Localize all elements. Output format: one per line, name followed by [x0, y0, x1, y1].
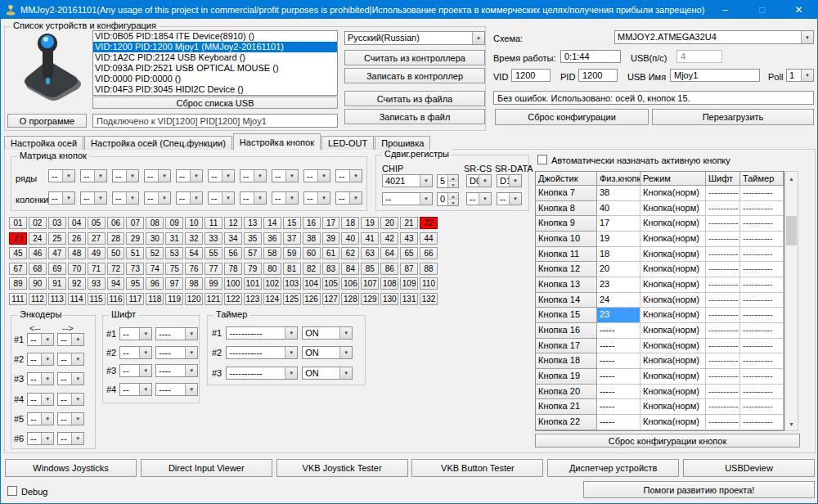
- grid-button-110[interactable]: 110: [420, 277, 438, 290]
- shift-select-b-4[interactable]: ----▼: [155, 383, 198, 396]
- grid-button-85[interactable]: 85: [361, 263, 379, 275]
- matrix-rows-dd-5[interactable]: --▼: [176, 169, 203, 182]
- grid-button-118[interactable]: 118: [146, 293, 164, 305]
- grid-button-11[interactable]: 11: [204, 217, 222, 229]
- matrix-cols-dd-9[interactable]: --▼: [303, 191, 330, 205]
- grid-button-53[interactable]: 53: [165, 247, 183, 259]
- tab-axes-special[interactable]: Настройка осей (Спец.функции): [84, 136, 232, 150]
- spin-up-icon[interactable]: ▲: [448, 193, 458, 200]
- device-list[interactable]: VID:0B05 PID:1854 ITE Device(8910) ()VID…: [92, 30, 338, 96]
- grid-button-60[interactable]: 60: [303, 247, 321, 259]
- table-cell-timer[interactable]: ----------: [740, 323, 784, 339]
- grid-button-19[interactable]: 19: [361, 217, 379, 229]
- grid-button-68[interactable]: 68: [29, 263, 47, 275]
- sr-cs-select-1[interactable]: D0▼: [466, 174, 492, 187]
- table-cell-phys-button[interactable]: 40: [597, 201, 640, 217]
- grid-button-121[interactable]: 121: [204, 293, 222, 305]
- timer-mode-select-3[interactable]: ON▼: [302, 367, 353, 380]
- grid-button-47[interactable]: 47: [48, 247, 66, 259]
- grid-button-59[interactable]: 59: [283, 247, 301, 259]
- table-cell-mode[interactable]: Кнопка(норм): [640, 216, 706, 232]
- grid-button-122[interactable]: 122: [224, 293, 242, 305]
- table-cell-shift[interactable]: ----------: [706, 323, 740, 339]
- sr-data-select-2[interactable]: --▼: [497, 192, 522, 205]
- table-cell-timer[interactable]: ----------: [740, 308, 784, 323]
- vid-field[interactable]: 1200: [511, 69, 551, 82]
- pid-field[interactable]: 1200: [578, 69, 618, 82]
- table-cell-mode[interactable]: Кнопка(норм): [640, 385, 706, 400]
- table-cell-mode[interactable]: Кнопка(норм): [640, 186, 706, 201]
- table-cell-phys-button[interactable]: -----: [597, 399, 640, 415]
- grid-button-13[interactable]: 13: [244, 217, 262, 229]
- table-cell-joystick[interactable]: Кнопка 20: [536, 385, 597, 400]
- grid-button-82[interactable]: 82: [303, 263, 321, 275]
- spin-up-icon[interactable]: ▲: [448, 175, 458, 182]
- grid-button-116[interactable]: 116: [107, 293, 125, 305]
- table-header-5[interactable]: Таймер: [740, 172, 784, 186]
- matrix-rows-dd-1[interactable]: --▼: [48, 169, 75, 182]
- grid-button-37[interactable]: 37: [283, 232, 301, 245]
- table-cell-joystick[interactable]: Кнопка 8: [536, 201, 597, 217]
- table-header-3[interactable]: Режим: [640, 172, 706, 186]
- reset-config-button[interactable]: Сброс конфигурации: [495, 109, 649, 125]
- grid-button-46[interactable]: 46: [29, 247, 47, 259]
- grid-button-15[interactable]: 15: [283, 217, 301, 229]
- usb-name-field[interactable]: Mjoy1: [670, 69, 760, 82]
- table-cell-shift[interactable]: ----------: [706, 308, 740, 323]
- grid-button-93[interactable]: 93: [88, 277, 106, 290]
- matrix-rows-dd-4[interactable]: --▼: [144, 169, 171, 182]
- grid-button-128[interactable]: 128: [341, 293, 359, 305]
- grid-button-48[interactable]: 48: [68, 247, 86, 259]
- grid-button-104[interactable]: 104: [303, 277, 321, 290]
- grid-button-79[interactable]: 79: [244, 263, 262, 275]
- table-cell-shift[interactable]: ----------: [706, 339, 740, 354]
- donate-button[interactable]: Помоги развитию проекта!: [583, 481, 815, 498]
- table-cell-joystick[interactable]: Кнопка 10: [536, 232, 597, 247]
- matrix-rows-dd-2[interactable]: --▼: [80, 169, 107, 182]
- grid-button-33[interactable]: 33: [204, 232, 222, 245]
- grid-button-18[interactable]: 18: [341, 217, 359, 229]
- grid-button-51[interactable]: 51: [126, 247, 144, 259]
- grid-button-16[interactable]: 16: [303, 217, 321, 229]
- grid-button-20[interactable]: 20: [380, 217, 398, 229]
- write-to-controller-button[interactable]: Записать в контроллер: [344, 68, 485, 83]
- grid-button-75[interactable]: 75: [165, 263, 183, 275]
- grid-button-9[interactable]: 09: [165, 217, 183, 229]
- table-cell-phys-button[interactable]: -----: [597, 353, 640, 369]
- table-cell-joystick[interactable]: Кнопка 13: [536, 277, 597, 293]
- encoder-left-select-5[interactable]: --▼: [27, 412, 54, 425]
- grid-button-27[interactable]: 27: [88, 232, 106, 245]
- grid-button-69[interactable]: 69: [48, 263, 66, 275]
- grid-button-81[interactable]: 81: [283, 263, 301, 275]
- grid-button-97[interactable]: 97: [165, 277, 183, 290]
- grid-button-114[interactable]: 114: [68, 293, 86, 305]
- scroll-thumb[interactable]: [786, 216, 797, 245]
- tab-buttons[interactable]: Настройка кнопок: [233, 133, 321, 150]
- table-cell-joystick[interactable]: Кнопка 19: [536, 369, 597, 385]
- table-cell-mode[interactable]: Кнопка(норм): [640, 369, 706, 385]
- matrix-cols-dd-2[interactable]: --▼: [80, 191, 107, 205]
- grid-button-63[interactable]: 63: [361, 247, 379, 259]
- grid-button-30[interactable]: 30: [146, 232, 164, 245]
- matrix-rows-dd-10[interactable]: --▼: [335, 169, 362, 182]
- table-header-4[interactable]: Шифт: [706, 172, 740, 186]
- shift-select-a-3[interactable]: --▼: [119, 364, 152, 377]
- table-cell-shift[interactable]: ----------: [706, 385, 740, 400]
- grid-button-72[interactable]: 72: [107, 263, 125, 275]
- table-cell-phys-button[interactable]: 38: [597, 186, 640, 201]
- table-cell-shift[interactable]: ----------: [706, 277, 740, 293]
- grid-button-14[interactable]: 14: [263, 217, 281, 229]
- grid-button-83[interactable]: 83: [322, 263, 340, 275]
- grid-button-21[interactable]: 21: [400, 217, 418, 229]
- grid-button-32[interactable]: 32: [185, 232, 203, 245]
- table-cell-shift[interactable]: ----------: [706, 415, 740, 430]
- grid-button-42[interactable]: 42: [380, 232, 398, 245]
- sr-chip-select-1[interactable]: 4021▼: [382, 174, 433, 187]
- table-cell-phys-button[interactable]: -----: [597, 415, 640, 430]
- grid-button-80[interactable]: 80: [263, 263, 281, 275]
- shift-select-b-1[interactable]: ----▼: [155, 327, 198, 340]
- grid-button-126[interactable]: 126: [303, 293, 321, 305]
- table-cell-timer[interactable]: ----------: [740, 186, 784, 201]
- encoder-left-select-3[interactable]: --▼: [27, 372, 54, 385]
- grid-button-92[interactable]: 92: [68, 277, 86, 290]
